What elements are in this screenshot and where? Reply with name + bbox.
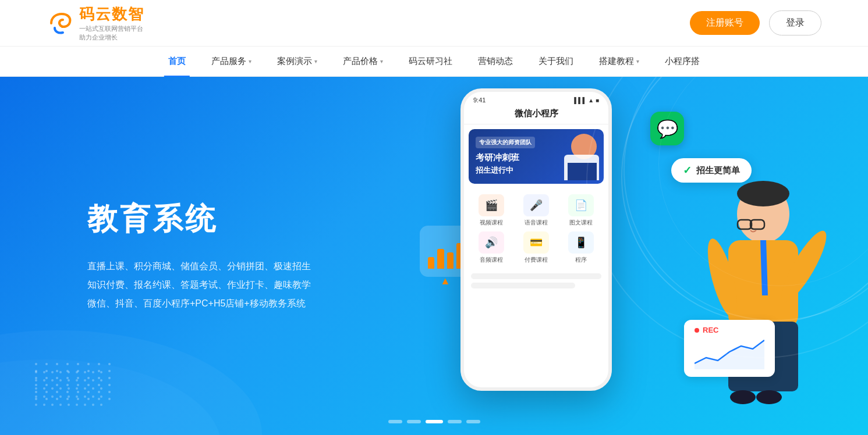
slide-dot-3-active[interactable] [426,420,443,423]
phone-signal-icons: ▌▌▌ ▲ ■ [574,97,599,104]
rec-chart-svg [695,334,764,369]
svg-rect-6 [728,322,798,391]
rec-card: REC [684,320,775,377]
header-buttons: 注册账号 登录 [690,10,821,35]
logo-sub-text: 一站式互联网营销平台 助力企业增长 [79,24,144,42]
svg-point-15 [756,390,782,404]
check-icon: ✓ [683,164,692,177]
phone-icon-paid: 💳 付费课程 [516,231,556,264]
sound-icon-box: 🔊 [479,231,504,254]
rec-indicator: REC [695,326,764,334]
nav-item-products[interactable]: 产品服务 ▾ [199,47,264,77]
logo-icon [47,9,75,37]
svg-point-2 [737,185,789,243]
hero-banner: // Generate dots - done inline below 教育系… [0,77,868,435]
rec-dot [695,328,699,333]
svg-marker-5 [760,240,768,295]
paid-icon-box: 💳 [523,231,549,254]
phone-banner-content: 专业强大的师资团队 考研冲刺班 招生进行中 [476,136,535,177]
svg-point-14 [730,390,756,404]
svg-rect-4 [728,240,798,327]
nav-item-miniapp[interactable]: 小程序搭 [652,47,713,77]
phone-icon-graphic: 📄 图文课程 [561,194,601,227]
chart-bar-2 [437,249,444,269]
svg-point-3 [737,181,789,206]
chart-arrow-up: ▲ [440,275,451,287]
nav-item-about[interactable]: 关于我们 [526,47,586,77]
logo-area: 码云数智 一站式互联网营销平台 助力企业增长 [47,4,144,42]
phone-app-title: 微信小程序 [464,106,608,124]
character-svg [670,156,833,435]
phone-icon-video: 🎬 视频课程 [471,194,511,227]
nav-item-home[interactable]: 首页 [155,47,199,77]
recruit-text: 招生更简单 [696,165,740,176]
chevron-down-icon: ▾ [249,58,251,65]
svg-rect-10 [738,220,752,229]
nav-item-pricing[interactable]: 产品价格 ▾ [330,47,396,77]
hero-title: 教育系统 [87,199,311,240]
nav-item-tutorials[interactable]: 搭建教程 ▾ [586,47,652,77]
slide-dot-1[interactable] [388,420,402,423]
deco-circle-outer [623,77,868,321]
slide-dot-5[interactable] [466,420,480,423]
wechat-icon: 💬 [657,119,678,139]
hero-character [670,156,833,435]
phone-status-bar: 9:41 ▌▌▌ ▲ ■ [464,92,608,106]
svg-point-8 [774,226,833,306]
phone-icon-sound: 🔊 音频课程 [471,231,511,264]
recruit-badge: ✓ 招生更简单 [671,158,752,183]
banner-person [559,129,599,180]
deco-circle-inner [658,77,868,286]
phone-banner: 专业强大的师资团队 考研冲刺班 招生进行中 [469,129,604,184]
banner-tag: 专业强大的师资团队 [476,137,535,148]
phone-skeleton [464,273,608,288]
chart-bar-3 [447,252,454,269]
login-button[interactable]: 登录 [769,10,821,35]
slide-dot-2[interactable] [407,420,421,423]
background-dots-bottom-left: // dots created inline [35,371,102,406]
logo-text-area: 码云数智 一站式互联网营销平台 助力企业增长 [79,4,144,42]
chevron-down-icon: ▾ [380,58,383,65]
phone-device: 9:41 ▌▌▌ ▲ ■ 微信小程序 专业强大的师资团队 考研冲刺班 招生进行中 [460,88,612,391]
graphic-icon-box: 📄 [568,194,594,216]
hero-description: 直播上课、积分商城、储值会员、分销拼团、极速招生 知识付费、报名约课、答题考试、… [87,257,311,313]
slide-dot-4[interactable] [448,420,462,423]
slide-indicators [388,420,480,423]
phone-mockup-area: ▲ 9:41 ▌▌▌ ▲ ■ 微信小程序 专业强大的师资团队 考研冲刺班 招生进… [460,88,658,414]
svg-rect-9 [750,220,764,229]
phone-icon-audio: 🎤 语音课程 [516,194,556,227]
register-button[interactable]: 注册账号 [690,11,760,35]
video-icon-box: 🎬 [479,194,504,216]
phone-time: 9:41 [473,97,486,104]
nav-item-community[interactable]: 码云研习社 [396,47,465,77]
phone-icon-app: 📱 程序 [561,231,601,264]
phone-icons-grid: 🎬 视频课程 🎤 语音课程 📄 图文课程 🔊 音频课程 💳 付费课 [464,188,608,270]
nav-item-marketing[interactable]: 营销动态 [465,47,526,77]
wechat-float-icon: 💬 [650,112,684,145]
chevron-down-icon: ▾ [636,58,639,65]
logo-main-text: 码云数智 [79,4,144,24]
svg-point-7 [702,236,743,320]
app-icon-box: 📱 [568,231,594,254]
audio-icon-box: 🎤 [523,194,549,216]
navbar: 首页 产品服务 ▾ 案例演示 ▾ 产品价格 ▾ 码云研习社 营销动态 关于我们 … [0,47,868,77]
header: 码云数智 一站式互联网营销平台 助力企业增长 注册账号 登录 [0,0,868,47]
chevron-down-icon: ▾ [314,58,317,65]
chart-bar-1 [428,257,434,269]
nav-item-cases[interactable]: 案例演示 ▾ [264,47,330,77]
hero-content: 教育系统 直播上课、积分商城、储值会员、分销拼团、极速招生 知识付费、报名约课、… [87,199,311,313]
